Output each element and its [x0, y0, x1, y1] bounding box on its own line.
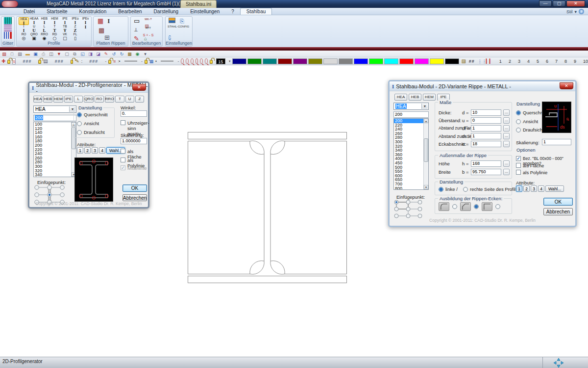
- radio-ansicht[interactable]: Ansicht: [77, 121, 99, 126]
- profile-type-button[interactable]: HEM: [423, 94, 436, 101]
- skalierung-input[interactable]: 1: [542, 139, 571, 145]
- folder-icon[interactable]: ▬: [24, 51, 31, 57]
- profile-type-button[interactable]: L: [74, 96, 83, 103]
- scroll-thumb[interactable]: [424, 138, 428, 162]
- profile-i-icon[interactable]: II: [19, 25, 29, 33]
- color-swatch[interactable]: [323, 58, 338, 64]
- scrollbar[interactable]: ▲ ▼: [423, 119, 428, 189]
- lock-group-icon[interactable]: [7, 60, 10, 64]
- platte-icon[interactable]: ▦: [98, 18, 103, 25]
- close-button[interactable]: ✕: [566, 0, 585, 7]
- attribute-button[interactable]: 2: [523, 185, 530, 192]
- color-swatch[interactable]: [430, 58, 444, 64]
- print-preview-icon[interactable]: ◫: [48, 51, 54, 57]
- maximize-button[interactable]: ▢: [553, 0, 565, 7]
- profile-type-button[interactable]: T: [115, 96, 124, 103]
- breite-browse-button[interactable]: ...: [503, 169, 510, 175]
- zoom-out-icon[interactable]: [186, 58, 189, 64]
- grid-teal-icon[interactable]: [4, 17, 12, 24]
- zoom-in-icon[interactable]: [196, 58, 198, 64]
- layer-number[interactable]: 10: [583, 59, 588, 64]
- eckabschnitt-browse-button[interactable]: ...: [503, 141, 510, 147]
- profile-type-button[interactable]: QRO: [84, 96, 94, 103]
- scroll-down-icon[interactable]: ▼: [424, 185, 428, 189]
- radio-corner-round[interactable]: [452, 204, 457, 209]
- attribute-button[interactable]: 2: [84, 147, 91, 154]
- pen-number-display[interactable]: 15: [216, 58, 225, 64]
- color-swatch[interactable]: [263, 58, 277, 64]
- profile-z-icon[interactable]: ZZ: [70, 25, 80, 33]
- radio-draufsicht[interactable]: Draufsicht: [516, 127, 544, 132]
- profile-beam-icon[interactable]: I: [80, 25, 91, 33]
- color-swatch[interactable]: [247, 58, 262, 64]
- checkbox-als-flaeche[interactable]: als Fläche: [516, 163, 544, 168]
- profile-vk-icon[interactable]: VK□: [60, 33, 70, 41]
- dialog-close-button[interactable]: ✕: [560, 82, 573, 89]
- profile-type-button[interactable]: HEA: [394, 94, 407, 101]
- profile-type-button[interactable]: U: [125, 96, 134, 103]
- add-icon[interactable]: ✚: [1, 58, 5, 64]
- pan-icon[interactable]: [553, 357, 564, 368]
- abstand-steg-input[interactable]: 1: [471, 133, 501, 139]
- profile-hem-icon[interactable]: HEMI: [49, 17, 60, 25]
- profile-type-button[interactable]: HEA: [33, 96, 42, 103]
- dialog-titlebar[interactable]: I Stahlbau-Modul - 2D-Profilgenerator - …: [29, 83, 148, 93]
- color-globe-icon[interactable]: ◉: [134, 51, 141, 57]
- color-swatch[interactable]: [293, 58, 307, 64]
- open-file-icon[interactable]: ▤: [17, 51, 23, 57]
- stamp-icon[interactable]: ◪: [95, 51, 101, 57]
- ueberstand-input[interactable]: 0: [471, 117, 501, 124]
- layer-number[interactable]: 5: [537, 59, 539, 64]
- profile-heaa-icon[interactable]: HEAAI: [29, 17, 39, 25]
- profile-rd-icon[interactable]: RD○: [49, 33, 60, 41]
- abstand-steg-browse-button[interactable]: ...: [503, 133, 510, 139]
- group-field[interactable]: ###: [23, 59, 31, 64]
- hatch-pattern-icon[interactable]: ▨: [461, 58, 466, 64]
- layer-number[interactable]: 1: [499, 59, 502, 64]
- color-swatch[interactable]: [232, 58, 246, 64]
- breite-input[interactable]: 95.750: [471, 169, 501, 175]
- layer-field[interactable]: ###: [55, 59, 64, 64]
- size-option[interactable]: 340: [34, 173, 71, 177]
- ribbon-tab[interactable]: Startseite: [41, 8, 73, 15]
- skalierung-input[interactable]: 1.000000: [121, 138, 147, 144]
- radio-rechte-seite[interactable]: rechte Seite des Profils: [463, 186, 518, 192]
- radio-linke-seite[interactable]: linke /: [439, 186, 458, 192]
- dialog-titlebar[interactable]: I Stahlbau-Modul - 2D-Variante Rippe - M…: [390, 81, 575, 91]
- layer-doc-icon[interactable]: ▤: [43, 58, 48, 64]
- lock-linetype-icon[interactable]: [108, 60, 111, 64]
- profile-type-button[interactable]: HEB: [409, 94, 421, 101]
- reload-icon[interactable]: ▢: [64, 51, 70, 57]
- profile-rro-icon[interactable]: RRO◉: [39, 33, 49, 41]
- profile-l-icon[interactable]: LL: [39, 25, 49, 33]
- help-button-icon[interactable]: ?: [169, 35, 171, 40]
- color-swatch[interactable]: [384, 58, 398, 64]
- corner-chamfer-icon[interactable]: [460, 202, 471, 211]
- linetype-icon[interactable]: ≡: [113, 58, 116, 64]
- wahl-button[interactable]: Wahl...: [545, 185, 564, 192]
- profile-qro-icon[interactable]: QRO▣: [29, 33, 39, 41]
- profile-type-button[interactable]: HEB: [43, 96, 52, 103]
- size-option[interactable]: 800: [394, 186, 423, 190]
- ribbon-tab[interactable]: Konstruktion: [74, 8, 113, 15]
- group-state-icon[interactable]: S: [12, 58, 16, 64]
- profile-type-button[interactable]: RRO: [105, 96, 115, 103]
- hatch-field[interactable]: ##: [469, 59, 475, 64]
- zoom-minus-icon[interactable]: [200, 58, 203, 64]
- layer-number[interactable]: 4: [527, 59, 530, 64]
- layer-number[interactable]: 7: [555, 59, 558, 64]
- profile-family-select[interactable]: HEA▼: [393, 103, 429, 110]
- eckabschnitt-input[interactable]: 18: [471, 141, 501, 147]
- profile-type-button[interactable]: IPE: [64, 96, 73, 103]
- size-listbox[interactable]: 2002202402602803003203403604004505005506…: [393, 118, 429, 190]
- profile-type-button[interactable]: HEM: [53, 96, 63, 103]
- size-input[interactable]: 200: [33, 115, 76, 121]
- lock-layer-icon[interactable]: [38, 60, 41, 64]
- color-swatch[interactable]: [339, 58, 353, 64]
- layer-number[interactable]: 9: [574, 59, 576, 64]
- dialog-close-button[interactable]: ✕: [132, 84, 146, 91]
- drawing-canvas[interactable]: I Stahlbau-Modul - 2D-Profilgenerator - …: [0, 65, 588, 357]
- profile-tb-icon[interactable]: TBŦ: [60, 25, 70, 33]
- stahl-config-button[interactable]: STAHL-CONFIG: [168, 25, 189, 28]
- pen-field[interactable]: ###: [89, 59, 98, 64]
